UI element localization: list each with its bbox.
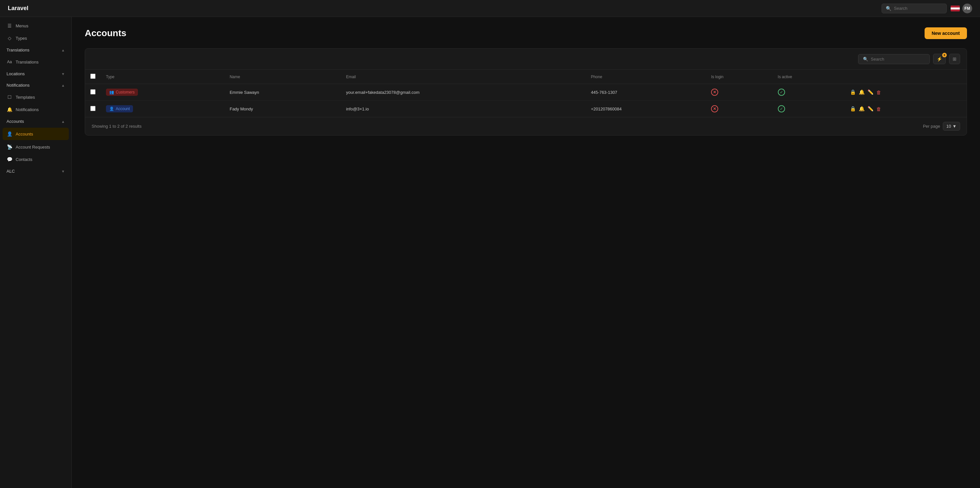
us-flag-icon	[951, 6, 960, 11]
account-icon: 👤	[109, 106, 114, 111]
customers-label: Customers	[116, 90, 135, 95]
columns-icon: ⊞	[953, 56, 956, 62]
sidebar-item-contacts[interactable]: 💬 Contacts	[0, 153, 72, 165]
row-checkbox[interactable]	[90, 89, 95, 95]
row-is-active: ✓	[773, 84, 845, 101]
edit-icon[interactable]: ✏️	[867, 106, 874, 112]
new-account-button[interactable]: New account	[924, 27, 967, 39]
account-badge: 👤 Account	[106, 105, 133, 112]
row-type: 👥 Customers	[101, 84, 224, 101]
sidebar: ☰ Menus ◇ Types Translations ▲ Aa Transl…	[0, 17, 72, 488]
layout: ☰ Menus ◇ Types Translations ▲ Aa Transl…	[0, 17, 980, 488]
page-header: Accounts New account	[85, 27, 967, 39]
app-logo: Laravel	[8, 5, 29, 12]
sidebar-label-accounts: Accounts	[16, 132, 33, 136]
row-actions: 🔒 🔔 ✏️ 🗑	[845, 84, 967, 101]
col-email: Email	[341, 70, 585, 84]
row-is-login: ✕	[706, 84, 772, 101]
sidebar-item-translations[interactable]: Aa Translations	[0, 56, 72, 68]
search-icon: 🔍	[886, 6, 891, 11]
sidebar-item-menus[interactable]: ☰ Menus	[0, 19, 72, 32]
sidebar-section-accounts[interactable]: Accounts ▲	[0, 116, 72, 127]
user-avatar[interactable]: FM	[963, 3, 972, 13]
table-search-bar[interactable]: 🔍	[858, 54, 930, 64]
table-row: 👥 Customers Emmie Sawayn your.email+fake…	[85, 84, 967, 101]
action-icons-row1: 🔒 🔔 ✏️ 🗑	[850, 89, 961, 95]
flag-avatar-group: FM	[951, 3, 972, 13]
sidebar-item-account-requests[interactable]: 📡 Account Requests	[0, 141, 72, 153]
global-search-bar[interactable]: 🔍	[881, 3, 947, 13]
per-page-select[interactable]: 10 ▼	[943, 122, 960, 131]
types-icon: ◇	[6, 35, 13, 41]
customers-icon: 👥	[109, 90, 114, 95]
sidebar-label-contacts: Contacts	[16, 157, 32, 162]
select-all-checkbox[interactable]	[90, 74, 95, 79]
sidebar-label-notifications: Notifications	[16, 107, 39, 112]
account-label: Account	[116, 106, 130, 111]
accounts-table: Type Name Email Phone Is login Is active	[85, 70, 967, 117]
account-requests-icon: 📡	[6, 144, 13, 150]
chevron-up-icon-accts: ▲	[61, 120, 65, 124]
table-row: 👤 Account Fady Mondy info@3×1.io +201207…	[85, 101, 967, 117]
notification-icon[interactable]: 🔔	[859, 89, 865, 95]
menus-icon: ☰	[6, 23, 13, 29]
edit-icon[interactable]: ✏️	[867, 89, 874, 95]
delete-icon[interactable]: 🗑	[876, 106, 881, 112]
col-is-login: Is login	[706, 70, 772, 84]
table-search-icon: 🔍	[863, 57, 868, 62]
table-toolbar: 🔍 ⚡ 0 ⊞	[85, 49, 967, 70]
sidebar-section-alc[interactable]: ALC ▼	[0, 165, 72, 177]
per-page-chevron-icon: ▼	[952, 124, 956, 129]
sidebar-item-accounts[interactable]: 👤 Accounts	[3, 128, 69, 140]
per-page-label: Per page	[923, 124, 940, 129]
lock-icon[interactable]: 🔒	[850, 89, 856, 95]
filter-badge: 0	[942, 53, 947, 57]
row-is-login: ✕	[706, 101, 772, 117]
accounts-table-container: 🔍 ⚡ 0 ⊞ Type	[85, 48, 967, 136]
login-status-false: ✕	[711, 89, 718, 96]
contacts-icon: 💬	[6, 156, 13, 162]
accounts-icon: 👤	[6, 131, 13, 137]
filter-button[interactable]: ⚡ 0	[933, 54, 946, 64]
table-search-input[interactable]	[871, 57, 925, 62]
sidebar-label-templates: Templates	[16, 95, 35, 100]
filter-icon: ⚡	[937, 56, 942, 62]
global-search-input[interactable]	[894, 6, 942, 11]
sidebar-section-label-notifications: Notifications	[6, 83, 30, 88]
delete-icon[interactable]: 🗑	[876, 90, 881, 95]
row-checkbox-cell	[85, 84, 101, 101]
lock-icon[interactable]: 🔒	[850, 106, 856, 112]
bell-icon: 🔔	[6, 106, 13, 112]
chevron-down-icon-alc: ▼	[61, 170, 65, 173]
sidebar-item-templates[interactable]: ☐ Templates	[0, 91, 72, 103]
row-type: 👤 Account	[101, 101, 224, 117]
notification-icon[interactable]: 🔔	[859, 106, 865, 112]
translations-icon: Aa	[6, 59, 13, 65]
table-footer: Showing 1 to 2 of 2 results Per page 10 …	[85, 117, 967, 135]
row-checkbox[interactable]	[90, 106, 95, 111]
col-type: Type	[101, 70, 224, 84]
columns-toggle-button[interactable]: ⊞	[949, 54, 960, 64]
sidebar-item-types[interactable]: ◇ Types	[0, 32, 72, 44]
active-status-true: ✓	[778, 89, 785, 96]
header-checkbox-cell	[85, 70, 101, 84]
sidebar-section-translations[interactable]: Translations ▲	[0, 44, 72, 56]
col-actions	[845, 70, 967, 84]
sidebar-item-notifications[interactable]: 🔔 Notifications	[0, 103, 72, 116]
col-phone: Phone	[585, 70, 706, 84]
main-content: Accounts New account 🔍 ⚡ 0 ⊞	[72, 17, 980, 488]
action-icons-row2: 🔒 🔔 ✏️ 🗑	[850, 106, 961, 112]
row-email: info@3×1.io	[341, 101, 585, 117]
sidebar-section-label-locations: Locations	[6, 71, 25, 76]
sidebar-section-locations[interactable]: Locations ▼	[0, 68, 72, 79]
sidebar-label-account-requests: Account Requests	[16, 145, 50, 149]
chevron-down-icon: ▼	[61, 72, 65, 76]
row-email: your.email+fakedata23078@gmail.com	[341, 84, 585, 101]
per-page-value: 10	[947, 124, 951, 129]
row-name: Fady Mondy	[224, 101, 341, 117]
chevron-up-icon-notif: ▲	[61, 83, 65, 87]
row-name: Emmie Sawayn	[224, 84, 341, 101]
active-status-true: ✓	[778, 105, 785, 112]
showing-results: Showing 1 to 2 of 2 results	[92, 124, 142, 129]
sidebar-section-notifications[interactable]: Notifications ▲	[0, 79, 72, 91]
